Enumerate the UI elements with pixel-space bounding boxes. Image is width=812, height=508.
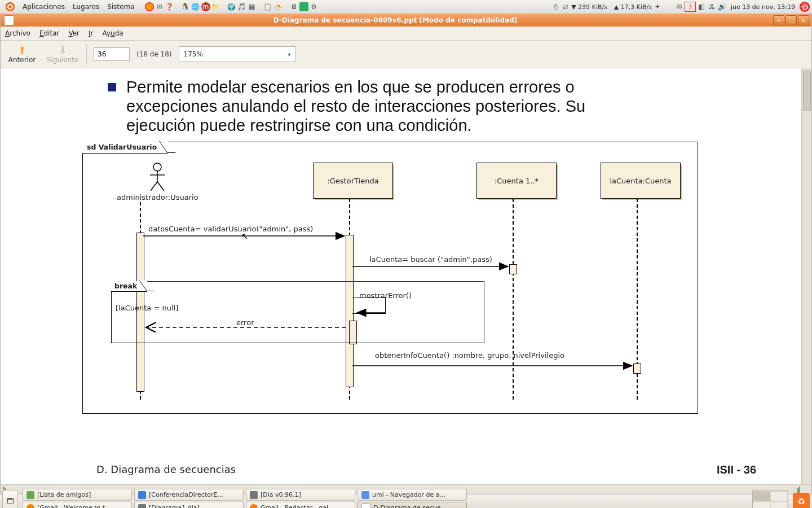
trash-applet[interactable]: ♻ [793, 493, 810, 508]
minimize-button[interactable]: – [773, 15, 784, 25]
slide-area[interactable]: Permite modelar escenarios en los que se… [1, 68, 802, 484]
tray-icon[interactable]: ✦ [653, 2, 662, 11]
task-button[interactable]: uml - Navegador de a... [358, 489, 467, 501]
app-icon [250, 491, 258, 499]
task-button[interactable]: [ConferenciaDirectorE... [134, 489, 244, 501]
volume-tray-icon[interactable]: 🔊 [717, 2, 726, 11]
show-desktop-button[interactable]: 🗔 [2, 490, 18, 508]
main-menu-button[interactable] [2, 0, 18, 14]
net-up-label: ▲ 17,3 KiB/s [614, 3, 652, 11]
app-icon [138, 491, 146, 499]
page-count-label: (18 de 18) [136, 50, 172, 58]
net-down-label: ▼ 239 KiB/s [571, 3, 607, 11]
system-menu[interactable]: Sistema [104, 0, 138, 14]
next-label: Siguiente [47, 56, 79, 64]
arrow-down-icon: ⬇ [58, 45, 67, 55]
task-button[interactable]: [Diagrama1.dia] [134, 502, 244, 508]
evolution-launcher-icon[interactable]: ✉ [155, 2, 164, 11]
maximize-button[interactable]: ▢ [785, 15, 797, 25]
gnome-bottom-panel: 🗔 [Lista de amigos] [ConferenciaDirector… [0, 494, 812, 508]
slide-footer-right: ISII - 36 [717, 463, 756, 476]
menu-view[interactable]: Ver [68, 29, 80, 37]
vertical-scrollbar[interactable] [802, 68, 811, 484]
next-button: ⬇ Siguiente [46, 45, 80, 64]
launcher-icon[interactable]: ◔ [273, 2, 283, 11]
chevron-down-icon: ▾ [288, 51, 291, 58]
menu-edit[interactable]: Editar [39, 29, 60, 37]
firefox-launcher-icon[interactable] [145, 2, 154, 11]
launcher-icon[interactable]: ⚙ [310, 2, 319, 11]
workspace-switcher[interactable] [752, 491, 788, 508]
task-button[interactable]: [Gmail - Welcome to t... [23, 502, 132, 508]
sequence-diagram-frame: sd ValidarUsuario ↖ administrador:Usuari… [82, 142, 698, 414]
launcher-icon[interactable]: ▦ [248, 2, 257, 11]
apps-menu[interactable]: Aplicaciones [19, 0, 68, 14]
launcher-icon[interactable]: 🌍 [227, 2, 236, 11]
clock[interactable]: jue 13 de nov, 13:19 [727, 3, 798, 11]
bullet-text: Permite modelar escenarios en los que se… [126, 77, 589, 135]
task-button[interactable]: [Lista de amigos] [23, 489, 132, 501]
document-icon [4, 15, 14, 25]
help-launcher-icon[interactable]: ❓ [165, 2, 174, 11]
launcher-icon[interactable]: 📁 [211, 2, 220, 11]
task-button[interactable]: D-Diagrama de secue... [358, 502, 467, 508]
launcher-icon[interactable]: 🎵 [237, 2, 246, 11]
menu-file[interactable]: Archivo [5, 29, 30, 37]
toolbar-divider [86, 44, 87, 64]
arrow-up-icon: ⬆ [17, 45, 26, 55]
tray-icon[interactable]: 3 [685, 2, 696, 12]
window-title: D-Diagrama de secuencia-0809v6.ppt [Modo… [17, 16, 773, 24]
prev-label: Anterior [8, 56, 36, 64]
presentation-window: D-Diagrama de secuencia-0809v6.ppt [Modo… [0, 14, 812, 494]
slide-viewport: Permite modelar escenarios en los que se… [1, 68, 811, 484]
square-bullet-icon [108, 83, 116, 91]
places-menu[interactable]: Lugares [69, 0, 103, 14]
close-button[interactable]: ✕ [798, 15, 809, 25]
launcher-icon[interactable]: 📋 [263, 2, 272, 11]
ubuntu-logo-icon [6, 2, 15, 11]
slide-footer-left: D. Diagrama de secuencias [96, 463, 236, 475]
app-icon [361, 491, 369, 499]
shutdown-button[interactable]: ⏻ [800, 2, 810, 12]
tray-icon[interactable]: ⇄ [561, 2, 570, 11]
network-tray-icon[interactable]: 🖧 [707, 2, 716, 11]
menu-go[interactable]: Ir [89, 29, 93, 37]
system-tray: ⎙ ⇄ ▼ 239 KiB/s ▲ 17,3 KiB/s ✦ ✉ 3 ◧ 🖧 🔊… [551, 2, 810, 12]
tray-icon[interactable]: ◧ [697, 2, 706, 11]
launcher-icon[interactable]: 🐧 [181, 2, 190, 11]
page-number-input[interactable] [94, 47, 130, 61]
menu-help[interactable]: Ayuda [103, 29, 123, 37]
arrows-overlay [83, 142, 698, 413]
tray-icon[interactable]: ⎙ [551, 2, 560, 11]
toolbar: ⬆ Anterior ⬇ Siguiente (18 de 18) 175% ▾ [1, 41, 811, 68]
app-icon [27, 491, 34, 499]
launcher-icon[interactable]: 🌐 [191, 2, 200, 11]
slide-content: Permite modelar escenarios en los que se… [1, 68, 801, 484]
gnome-top-panel: Aplicaciones Lugares Sistema ✉ ❓ 🐧 🌐 m 📁… [0, 0, 812, 14]
zoom-select[interactable]: 175% ▾ [179, 46, 296, 62]
window-titlebar[interactable]: D-Diagrama de secuencia-0809v6.ppt [Modo… [1, 14, 811, 27]
app-icon [361, 503, 370, 509]
zoom-value: 175% [184, 50, 203, 58]
firefox-icon [27, 504, 34, 509]
task-button[interactable]: [Dia v0.96.1] [246, 489, 355, 501]
launcher-icon[interactable]: m [201, 2, 210, 11]
task-button[interactable]: Gmail - Redactar - gal... [246, 502, 355, 508]
menubar: Archivo Editar Ver Ir Ayuda [1, 27, 811, 41]
app-icon [138, 504, 146, 509]
launcher-icon[interactable]: 🖥 [289, 2, 298, 11]
mail-tray-icon[interactable]: ✉ [674, 2, 683, 11]
launcher-icon[interactable] [299, 2, 308, 11]
firefox-icon [250, 504, 258, 509]
prev-button[interactable]: ⬆ Anterior [5, 45, 39, 64]
